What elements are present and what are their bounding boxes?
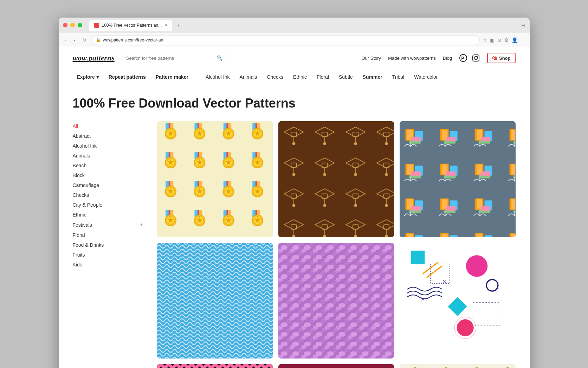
lock-icon: 🔒 bbox=[96, 38, 101, 42]
pattern-card-books[interactable] bbox=[400, 121, 515, 237]
close-button[interactable] bbox=[63, 23, 67, 27]
account-icon[interactable]: ⊙ bbox=[497, 37, 502, 43]
svg-point-3 bbox=[474, 56, 477, 59]
nav-alcohol-ink[interactable]: Alcohol Ink bbox=[201, 73, 234, 81]
sidebar-item-kids[interactable]: Kids bbox=[73, 260, 143, 270]
fullscreen-button[interactable] bbox=[78, 23, 82, 27]
active-tab[interactable]: 100% Free Vector Patterns an... ✕ bbox=[89, 20, 173, 31]
pattern-card-memphis[interactable]: ✕ ✕ bbox=[400, 243, 515, 359]
svg-point-4 bbox=[477, 56, 478, 57]
instagram-icon[interactable] bbox=[472, 54, 480, 62]
expand-icon[interactable]: + bbox=[140, 222, 143, 228]
extensions-icon[interactable]: ⚙ bbox=[504, 37, 509, 43]
sidebar-item-label: Floral bbox=[73, 232, 85, 238]
sidebar-item-animals[interactable]: Animals bbox=[73, 151, 143, 161]
pattern-card-wheat[interactable] bbox=[400, 364, 515, 368]
blog-link[interactable]: Blog bbox=[443, 56, 452, 61]
svg-rect-37 bbox=[411, 250, 425, 264]
pattern-card-zigzag[interactable] bbox=[157, 364, 273, 368]
url-bar[interactable]: 🔒 wowpatterns.com/free-vector-art bbox=[91, 35, 480, 45]
forward-button[interactable]: › bbox=[71, 36, 77, 44]
sidebar-item-floral[interactable]: Floral bbox=[73, 230, 143, 240]
tab-favicon bbox=[94, 23, 99, 28]
sidebar-item-beach[interactable]: Beach bbox=[73, 161, 143, 170]
svg-rect-35 bbox=[278, 243, 394, 359]
minimize-button[interactable] bbox=[70, 23, 75, 27]
shop-button[interactable]: 🛍 Shop bbox=[487, 53, 516, 63]
pinterest-icon[interactable]: P bbox=[459, 54, 467, 62]
sidebar-item-label: City & People bbox=[73, 202, 103, 208]
explore-chevron-icon: ▾ bbox=[96, 74, 99, 80]
nav-tribal[interactable]: Tribal bbox=[388, 73, 409, 81]
pattern-card-aries[interactable]: Aries bbox=[278, 364, 394, 368]
search-bar[interactable]: 🔍 bbox=[122, 53, 227, 63]
search-input[interactable] bbox=[126, 56, 214, 61]
sidebar-item-label: All bbox=[73, 123, 78, 129]
svg-rect-18 bbox=[278, 121, 394, 237]
svg-point-44 bbox=[457, 319, 474, 336]
bookmark-icon[interactable]: ☆ bbox=[483, 37, 487, 43]
sidebar-item-label: Alcohol Ink bbox=[73, 143, 97, 149]
new-tab-button[interactable]: + bbox=[174, 21, 182, 30]
reload-button[interactable]: ↻ bbox=[80, 36, 89, 44]
sidebar-item-alcohol-ink[interactable]: Alcohol Ink bbox=[73, 141, 143, 151]
sidebar-item-camouflage[interactable]: Camouflage bbox=[73, 180, 143, 190]
pattern-card-purple-dots[interactable] bbox=[278, 243, 394, 359]
pattern-card-blue-knit[interactable] bbox=[157, 243, 273, 359]
sidebar-item-label: Food & Drinks bbox=[73, 242, 104, 248]
svg-rect-12 bbox=[157, 121, 273, 237]
made-with-link[interactable]: Made with wowpatterns bbox=[388, 56, 436, 61]
social-icons: P bbox=[459, 54, 480, 62]
pattern-grid: ✕ ✕ bbox=[157, 121, 516, 368]
sidebar-item-festivals[interactable]: Festivals + bbox=[73, 220, 143, 230]
sidebar-item-block[interactable]: Block bbox=[73, 170, 143, 180]
nav-floral[interactable]: Floral bbox=[312, 73, 333, 81]
sidebar-item-fruits[interactable]: Fruits bbox=[73, 250, 143, 260]
main-nav: Explore ▾ Repeat patterns Pattern maker … bbox=[59, 69, 530, 85]
nav-subtle[interactable]: Subtle bbox=[335, 73, 357, 81]
profile-icon[interactable]: 👤 bbox=[512, 37, 518, 43]
pattern-card-medals[interactable] bbox=[157, 121, 273, 237]
explore-nav-item[interactable]: Explore ▾ bbox=[73, 73, 103, 81]
svg-text:✕: ✕ bbox=[442, 278, 447, 284]
pattern-maker-nav-item[interactable]: Pattern maker bbox=[151, 73, 193, 81]
nav-summer[interactable]: Summer bbox=[358, 73, 387, 81]
svg-rect-67 bbox=[278, 364, 394, 368]
nav-checks[interactable]: Checks bbox=[263, 73, 287, 81]
pattern-card-mortarboard[interactable] bbox=[278, 121, 394, 237]
sidebar-item-label: Ethnic bbox=[73, 212, 86, 218]
svg-text:P: P bbox=[461, 56, 464, 61]
nav-watercolor[interactable]: Watercolor bbox=[410, 73, 442, 81]
url-text: wowpatterns.com/free-vector-art bbox=[103, 38, 163, 43]
window-minimize-icon[interactable]: ⊟ bbox=[521, 22, 525, 28]
repeat-patterns-nav-item[interactable]: Repeat patterns bbox=[104, 73, 150, 81]
sidebar-item-label: Beach bbox=[73, 163, 87, 168]
nav-ethnic[interactable]: Ethnic bbox=[289, 73, 311, 81]
sidebar-item-label: Animals bbox=[73, 153, 90, 159]
shop-bag-icon: 🛍 bbox=[492, 55, 497, 61]
shop-label: Shop bbox=[499, 56, 511, 61]
svg-rect-51 bbox=[157, 364, 273, 368]
page-title-area: 100% Free Download Vector Patterns bbox=[59, 85, 530, 111]
nav-animals[interactable]: Animals bbox=[235, 73, 261, 81]
tab-close-icon[interactable]: ✕ bbox=[164, 23, 167, 27]
sidebar-item-label: Camouflage bbox=[73, 182, 99, 188]
tab-title: 100% Free Vector Patterns an... bbox=[102, 23, 162, 28]
sidebar-item-city-people[interactable]: City & People bbox=[73, 200, 143, 210]
sidebar-item-ethnic[interactable]: Ethnic bbox=[73, 210, 143, 220]
cast-icon[interactable]: ▣ bbox=[490, 37, 495, 43]
sidebar-item-label: Abstract bbox=[73, 133, 91, 139]
sidebar-item-all[interactable]: All bbox=[73, 121, 143, 131]
address-bar: ‹ › ↻ 🔒 wowpatterns.com/free-vector-art … bbox=[59, 33, 530, 47]
sidebar-item-abstract[interactable]: Abstract bbox=[73, 131, 143, 141]
menu-icon[interactable]: ⋮ bbox=[521, 37, 525, 43]
sidebar-item-food-drinks[interactable]: Food & Drinks bbox=[73, 240, 143, 250]
title-bar: 100% Free Vector Patterns an... ✕ + ⊟ bbox=[59, 18, 530, 33]
our-story-link[interactable]: Our Story bbox=[362, 56, 381, 61]
site-logo[interactable]: wow.patterns bbox=[73, 53, 115, 63]
back-button[interactable]: ‹ bbox=[63, 36, 69, 44]
sidebar-item-label: Block bbox=[73, 173, 85, 178]
content-area: ✕ ✕ bbox=[157, 121, 516, 368]
sidebar-item-checks[interactable]: Checks bbox=[73, 190, 143, 200]
svg-rect-73 bbox=[400, 364, 515, 368]
